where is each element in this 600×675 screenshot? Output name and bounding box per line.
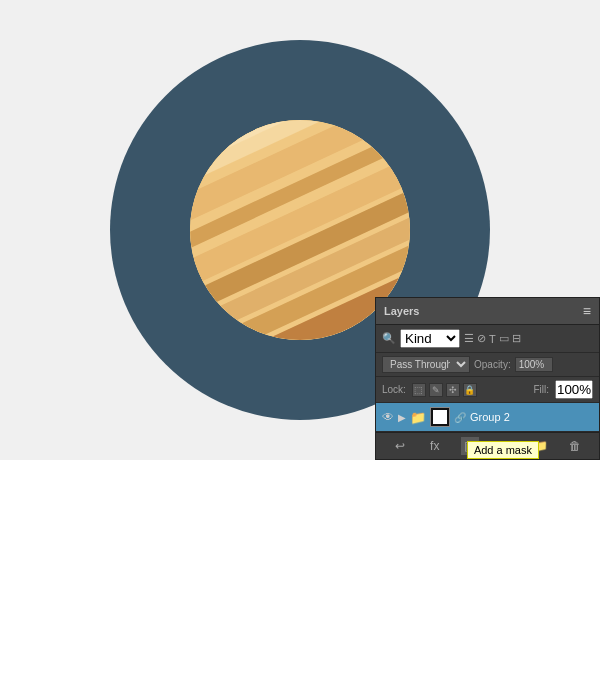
filter-type-icon[interactable]: T xyxy=(489,332,496,345)
tooltip-container: Add a mask xyxy=(376,441,599,459)
visibility-icon[interactable]: 👁 xyxy=(382,410,394,424)
filter-adjust-icon[interactable]: ⊘ xyxy=(477,332,486,345)
search-icon: 🔍 xyxy=(382,332,396,345)
kind-filter-row: 🔍 Kind Name Effect Mode Attribute Color … xyxy=(376,325,599,353)
lock-image-btn[interactable]: ✎ xyxy=(429,383,443,397)
layers-title: Layers xyxy=(384,305,419,317)
fill-input[interactable] xyxy=(555,380,593,399)
folder-icon: 📁 xyxy=(410,410,426,425)
add-mask-tooltip: Add a mask xyxy=(467,441,539,459)
layers-menu-icon[interactable]: ≡ xyxy=(583,303,591,319)
expand-icon[interactable]: ▶ xyxy=(398,412,406,423)
lock-all-btn[interactable]: 🔒 xyxy=(463,383,477,397)
layers-panel: Layers ≡ 🔍 Kind Name Effect Mode Attribu… xyxy=(375,297,600,460)
chain-icon[interactable]: 🔗 xyxy=(454,412,466,423)
lock-icons: ⬚ ✎ ✣ 🔒 xyxy=(412,383,477,397)
lock-fill-row: Lock: ⬚ ✎ ✣ 🔒 Fill: xyxy=(376,377,599,403)
lock-transparent-btn[interactable]: ⬚ xyxy=(412,383,426,397)
filter-icons: ☰ ⊘ T ▭ ⊟ xyxy=(464,332,521,345)
blend-mode-select[interactable]: Pass Through Normal Dissolve Multiply Sc… xyxy=(382,356,470,373)
canvas-area: Layers ≡ 🔍 Kind Name Effect Mode Attribu… xyxy=(0,0,600,460)
layer-thumbnail xyxy=(430,407,450,427)
opacity-input[interactable] xyxy=(515,357,553,372)
blend-opacity-row: Pass Through Normal Dissolve Multiply Sc… xyxy=(376,353,599,377)
filter-shape-icon[interactable]: ▭ xyxy=(499,332,509,345)
layer-name: Group 2 xyxy=(470,411,593,423)
layers-header: Layers ≡ xyxy=(376,298,599,325)
layer-item-group2[interactable]: 👁 ▶ 📁 🔗 Group 2 xyxy=(376,403,599,432)
lock-position-btn[interactable]: ✣ xyxy=(446,383,460,397)
fill-label: Fill: xyxy=(533,384,549,395)
kind-select[interactable]: Kind Name Effect Mode Attribute Color xyxy=(400,329,460,348)
opacity-label: Opacity: xyxy=(474,359,511,370)
filter-smart-icon[interactable]: ⊟ xyxy=(512,332,521,345)
filter-pixel-icon[interactable]: ☰ xyxy=(464,332,474,345)
lock-label: Lock: xyxy=(382,384,406,395)
